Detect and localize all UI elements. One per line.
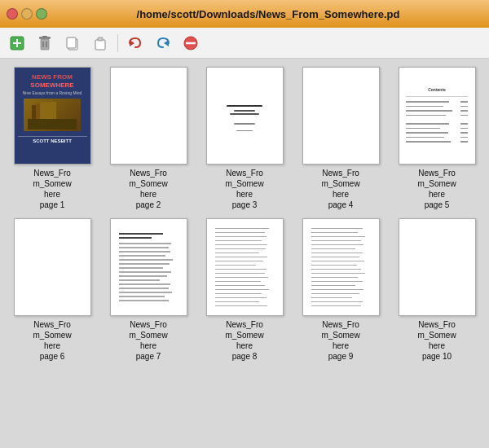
page-label-5: News_From_Somewherepage 5	[399, 168, 476, 210]
thumbnail-page-8[interactable]: News_From_Somewherepage 8	[200, 218, 289, 362]
page-label-4: News_From_Somewherepage 4	[302, 168, 380, 210]
page-thumbnail-8	[206, 218, 284, 316]
svg-marker-13	[164, 40, 169, 46]
thumbnails-grid: NEWS FROM SOMEWHERE Nine Essays from a R…	[8, 67, 481, 362]
page-label-7: News_From_Somewherepage 7	[110, 319, 187, 362]
thumbnail-page-10[interactable]: News_From_Somewherepage 10	[393, 218, 481, 362]
page-thumbnail-7	[110, 218, 187, 316]
close-button[interactable]	[7, 8, 18, 20]
cover-subtitle: Nine Essays from a Roving Mind	[23, 90, 82, 95]
page-label-8: News_From_Somewherepage 8	[206, 319, 284, 362]
thumbnail-page-7[interactable]: News_From_Somewherepage 7	[104, 218, 192, 362]
cover-image	[24, 99, 81, 131]
page-thumbnail-1: NEWS FROM SOMEWHERE Nine Essays from a R…	[14, 67, 91, 165]
page-label-10: News_From_Somewherepage 10	[399, 319, 476, 362]
page-thumbnail-9	[302, 218, 380, 316]
page-thumbnail-10	[399, 218, 476, 316]
content-area: NEWS FROM SOMEWHERE Nine Essays from a R…	[0, 59, 489, 448]
page-label-2: News_From_Somewherepage 2	[110, 168, 187, 210]
window-controls	[7, 8, 47, 20]
page-thumbnail-5: Contents	[399, 67, 476, 165]
toolbar-separator-1	[117, 34, 118, 52]
thumbnail-page-9[interactable]: News_From_Somewherepage 9	[297, 218, 385, 362]
thumbnail-page-6[interactable]: News_From_Somewherepage 6	[8, 218, 96, 362]
page-thumbnail-4	[302, 67, 380, 165]
thumbnail-page-3[interactable]: News_From_Somewherepage 3	[200, 67, 289, 210]
svg-rect-19	[28, 119, 77, 130]
paste-button[interactable]	[88, 32, 112, 55]
minimize-button[interactable]	[21, 8, 33, 20]
toolbar	[0, 28, 489, 59]
add-button[interactable]	[5, 32, 29, 55]
page-label-6: News_From_Somewherepage 6	[14, 319, 91, 362]
title-bar: /home/scott/Downloads/News_From_Somewher…	[0, 0, 489, 28]
svg-marker-12	[130, 40, 134, 46]
page-label-3: News_From_Somewherepage 3	[206, 168, 284, 210]
svg-rect-9	[67, 37, 76, 48]
thumbnail-page-4[interactable]: News_From_Somewherepage 4	[297, 67, 385, 210]
page-thumbnail-2	[110, 67, 187, 165]
svg-rect-4	[41, 39, 49, 50]
thumbnail-page-2[interactable]: News_From_Somewherepage 2	[104, 67, 192, 210]
thumbnail-page-1[interactable]: NEWS FROM SOMEWHERE Nine Essays from a R…	[8, 67, 96, 210]
cover-author: SCOTT NESBITT	[18, 136, 87, 143]
svg-rect-7	[42, 36, 47, 37]
page-thumbnail-3	[206, 67, 284, 165]
svg-rect-11	[98, 37, 103, 41]
undo-button[interactable]	[123, 32, 148, 55]
page-label-9: News_From_Somewherepage 9	[302, 319, 380, 362]
svg-rect-10	[95, 40, 105, 50]
redo-button[interactable]	[151, 32, 175, 55]
stop-button[interactable]	[178, 32, 203, 55]
page-label-1: News_From_Somewherepage 1	[14, 168, 91, 210]
maximize-button[interactable]	[36, 8, 47, 20]
remove-button[interactable]	[33, 32, 57, 55]
cover-title: NEWS FROM SOMEWHERE	[30, 73, 73, 89]
thumbnail-page-5[interactable]: Contents	[393, 67, 481, 210]
window-title: /home/scott/Downloads/News_From_Somewher…	[54, 8, 482, 20]
page-thumbnail-6	[14, 218, 91, 316]
copy-button[interactable]	[60, 32, 85, 55]
